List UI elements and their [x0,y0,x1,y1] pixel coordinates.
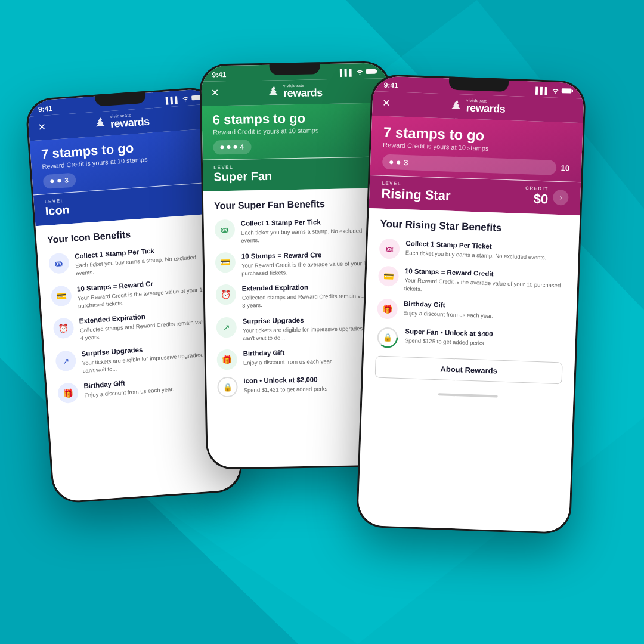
stamp-dot-1 [50,179,54,183]
benefit-item: 💳 10 Stamps = Reward Cre Your Reward Cre… [215,249,382,277]
logo-left: vividseats rewards [94,112,150,131]
level-name-middle: Super Fan [213,168,379,184]
benefit-desc: Your Reward Credit is the average value … [242,259,381,277]
status-icons-left: ▌▌▌ [166,94,204,104]
stamp-max-right: 10 [561,164,569,173]
benefit-item: ⏰ Extended Expiration Collected stamps a… [216,282,382,310]
svg-rect-6 [366,69,376,74]
wifi-icon [181,95,190,103]
benefit-icon: ↗ [216,317,237,338]
benefits-right: Your Rising Star Benefits 🎟 Collect 1 St… [358,208,580,532]
logo-right: vividseats rewards [450,98,505,114]
benefit-icon-credit: 💳 [51,285,72,306]
about-rewards-button[interactable]: About Rewards [375,355,563,384]
hero-right: 7 stamps to go Reward Credit is yours at… [370,116,583,182]
time-middle: 9:41 [212,70,226,79]
close-btn-right[interactable]: ✕ [382,97,390,109]
benefit-item: 🎁 Birthday Gift Enjoy a discount from us… [216,347,383,370]
battery-icon-m [366,69,377,76]
phone-right: 9:41 ▌▌▌ ✕ [356,74,586,534]
benefit-item: 💳 10 Stamps = Reward Cr Your Reward Cred… [51,275,218,312]
benefit-icon-r3: 🎁 [377,298,398,319]
stamp-number-left: 3 [64,176,69,184]
stamp-dot-2 [57,179,61,182]
logo-big-right: rewards [466,103,505,114]
benefit-item: ↗ Surprise Upgrades Your tickets are eli… [216,314,383,342]
benefit-icon: 🎁 [216,349,237,370]
hero-middle: 6 stamps to go Reward Credit is yours at… [202,103,390,160]
benefit-item: 🎟 Collect 1 Stamp Per Tick Each ticket y… [215,217,381,245]
benefit-item: 🎟 Collect 1 Stamp Per Tick Each ticket y… [48,243,215,280]
benefit-icon-r2: 💳 [378,266,399,287]
benefits-title-middle: Your Super Fan Benefits [214,198,380,212]
benefit-item-r2: 💳 10 Stamps = Reward Credit Your Reward … [378,266,566,298]
arrow-btn-right[interactable]: › [553,190,569,206]
wifi-icon-m [355,69,364,76]
signal-icon-r: ▌▌▌ [535,87,550,95]
benefit-item: 🎁 Birthday Gift Enjoy a discount from us… [57,372,224,404]
hero-subtitle-middle: Reward Credit is yours at 10 stamps [213,126,379,136]
benefit-item: ↗ Surprise Upgrades Your tickets are eli… [55,340,222,377]
home-indicator [374,385,562,402]
benefit-desc: Collected stamps and Reward Credits rema… [242,292,382,310]
lock-icon-middle: 🔒 [217,377,238,398]
time-left: 9:41 [38,104,52,114]
close-btn-middle[interactable]: ✕ [211,86,219,98]
hero-title-middle: 6 stamps to go [213,110,379,128]
lock-icon-right: 🔒 [383,333,393,342]
benefit-icon: 💳 [215,252,236,273]
phones-container: 9:41 ▌▌▌ ✕ [0,0,644,644]
lock-item-right: 🔒 Super Fan • Unlock at $400 Spend $125 … [376,326,564,355]
level-middle: LEVEL Super Fan [203,157,391,191]
lock-circle-right: 🔒 [376,326,399,349]
stamp-number-middle: 4 [240,143,244,151]
benefit-icon-expiry: ⏰ [52,318,74,339]
benefit-title: Birthday Gift [243,348,333,358]
stamp-current-right: 3 [404,158,408,167]
svg-rect-9 [572,90,573,92]
notch-right [449,76,509,91]
status-icons-middle: ▌▌▌ [340,69,378,76]
time-right: 9:41 [383,81,398,90]
logo-middle: vividseats rewards [268,83,323,99]
benefits-title-left: Your Icon Benefits [47,224,213,246]
benefit-desc: Each ticket you buy earns a stamp. No ex… [241,227,380,245]
benefit-desc: Your tickets are eligible for impressive… [243,324,382,342]
lock-desc-middle: Spend $1,421 to get added perks [244,385,328,394]
svg-rect-8 [561,88,571,94]
credit-amount-right: $0 [525,191,549,207]
benefit-item: ⏰ Extended Expiration Collected stamps a… [52,307,219,344]
logo-small-middle: vividseats [283,83,323,88]
benefits-title-right: Your Rising Star Benefits [380,218,568,237]
benefit-icon-upgrade: ↗ [55,350,76,371]
benefit-icon: ⏰ [216,284,237,305]
logo-big-middle: rewards [283,87,323,98]
lock-item-middle: 🔒 Icon • Unlock at $2,000 Spend $1,421 t… [217,374,383,398]
close-btn-left[interactable]: ✕ [38,121,46,133]
benefit-desc: Enjoy a discount from us each year. [243,357,333,367]
status-icons-right: ▌▌▌ [535,87,574,95]
benefit-icon-ticket: 🎟 [48,253,70,274]
benefit-icon: 🎟 [215,219,236,240]
wifi-icon-r [551,87,559,94]
app-header-middle: ✕ vividseats rewards [202,78,389,106]
notch-middle [270,62,320,75]
benefit-item-r3: 🎁 Birthday Gift Enjoy a discount from us… [377,298,565,325]
benefit-icon-r1: 🎟 [379,239,400,259]
battery-icon-r [561,88,573,95]
benefit-icon-birthday: 🎁 [57,382,79,404]
lock-title-middle: Icon • Unlock at $2,000 [243,375,327,385]
svg-rect-7 [376,70,377,73]
benefit-item-r1: 🎟 Collect 1 Stamp Per Ticket Each ticket… [379,239,567,265]
signal-icon-m: ▌▌▌ [340,69,354,76]
signal-icon: ▌▌▌ [166,96,180,104]
level-name-right: Rising Star [381,186,451,204]
